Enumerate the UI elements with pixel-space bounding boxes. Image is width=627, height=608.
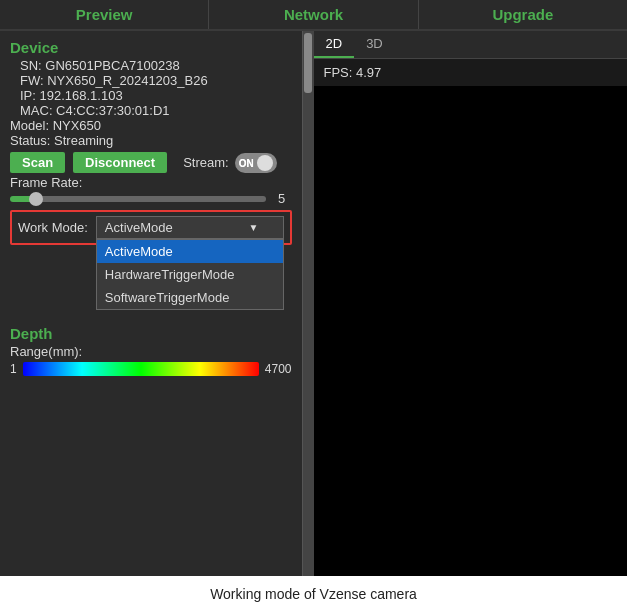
frame-rate-track bbox=[10, 196, 266, 202]
dropdown-item-software[interactable]: SoftwareTriggerMode bbox=[97, 286, 283, 309]
depth-section-title: Depth bbox=[10, 325, 292, 342]
depth-range-row: Range(mm): bbox=[10, 344, 292, 359]
work-mode-selected: ActiveMode bbox=[105, 220, 173, 235]
scrollbar[interactable] bbox=[302, 31, 314, 576]
scan-button[interactable]: Scan bbox=[10, 152, 65, 173]
device-section-title: Device bbox=[10, 39, 292, 56]
chevron-down-icon: ▼ bbox=[249, 222, 259, 233]
action-buttons-row: Scan Disconnect Stream: ON bbox=[10, 152, 292, 173]
fps-label: FPS: 4.97 bbox=[314, 59, 628, 86]
toggle-knob bbox=[257, 155, 273, 171]
depth-range-label: Range(mm): bbox=[10, 344, 82, 359]
toggle-label: ON bbox=[239, 157, 254, 168]
frame-rate-value: 5 bbox=[272, 191, 292, 206]
preview-area bbox=[314, 86, 628, 576]
work-mode-dropdown-list: ActiveMode HardwareTriggerMode SoftwareT… bbox=[96, 239, 284, 310]
tab-3d[interactable]: 3D bbox=[354, 31, 395, 58]
work-mode-label: Work Mode: bbox=[18, 220, 88, 235]
work-mode-row: Work Mode: ActiveMode ▼ ActiveMode Hardw… bbox=[10, 210, 292, 245]
top-tab-bar: Preview Network Upgrade bbox=[0, 0, 627, 31]
stream-toggle[interactable]: ON bbox=[235, 153, 277, 173]
disconnect-button[interactable]: Disconnect bbox=[73, 152, 167, 173]
view-tab-bar: 2D 3D bbox=[314, 31, 628, 59]
work-mode-dropdown-button[interactable]: ActiveMode ▼ bbox=[96, 216, 284, 239]
depth-section: Depth Range(mm): 1 4700 bbox=[10, 325, 292, 376]
main-area: Device SN: GN6501PBCA7100238 FW: NYX650_… bbox=[0, 31, 627, 576]
depth-range-min: 1 bbox=[10, 362, 17, 376]
stream-label: Stream: bbox=[183, 155, 229, 170]
dropdown-item-hardware[interactable]: HardwareTriggerMode bbox=[97, 263, 283, 286]
depth-color-bar bbox=[23, 362, 259, 376]
device-ip: IP: 192.168.1.103 bbox=[10, 88, 292, 103]
depth-color-bar-row: 1 4700 bbox=[10, 362, 292, 376]
right-panel: 2D 3D FPS: 4.97 bbox=[314, 31, 628, 576]
tab-2d[interactable]: 2D bbox=[314, 31, 355, 58]
work-mode-select-container: ActiveMode ▼ ActiveMode HardwareTriggerM… bbox=[96, 216, 284, 239]
device-fw: FW: NYX650_R_20241203_B26 bbox=[10, 73, 292, 88]
frame-rate-slider-container: 5 bbox=[10, 191, 292, 206]
device-sn: SN: GN6501PBCA7100238 bbox=[10, 58, 292, 73]
scrollbar-thumb[interactable] bbox=[304, 33, 312, 93]
stream-row: Stream: ON bbox=[183, 153, 277, 173]
tab-upgrade[interactable]: Upgrade bbox=[419, 0, 627, 29]
frame-rate-thumb[interactable] bbox=[29, 192, 43, 206]
dropdown-item-activemode[interactable]: ActiveMode bbox=[97, 240, 283, 263]
device-status: Status: Streaming bbox=[10, 133, 292, 148]
tab-preview[interactable]: Preview bbox=[0, 0, 209, 29]
depth-range-max: 4700 bbox=[265, 362, 292, 376]
device-mac: MAC: C4:CC:37:30:01:D1 bbox=[10, 103, 292, 118]
page-caption: Working mode of Vzense camera bbox=[0, 576, 627, 608]
device-model: Model: NYX650 bbox=[10, 118, 292, 133]
left-panel: Device SN: GN6501PBCA7100238 FW: NYX650_… bbox=[0, 31, 302, 576]
left-panel-container: Device SN: GN6501PBCA7100238 FW: NYX650_… bbox=[0, 31, 314, 576]
tab-network[interactable]: Network bbox=[209, 0, 418, 29]
frame-rate-label: Frame Rate: bbox=[10, 175, 292, 190]
